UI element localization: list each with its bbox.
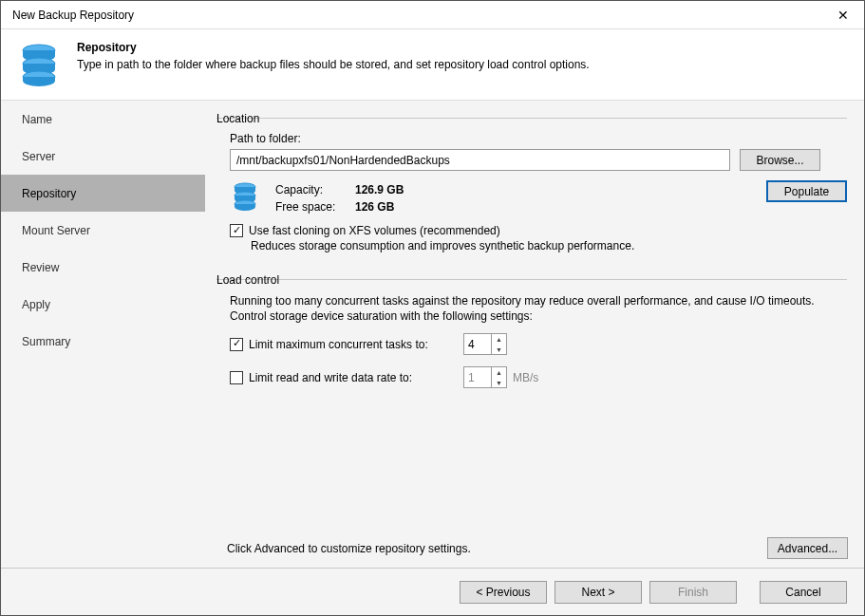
advanced-button[interactable]: Advanced...: [767, 537, 848, 559]
finish-button: Finish: [649, 581, 737, 604]
limit-rate-value: [464, 367, 491, 387]
fast-clone-checkbox[interactable]: [230, 224, 243, 237]
populate-button[interactable]: Populate: [766, 180, 847, 202]
close-button[interactable]: ✕: [821, 1, 864, 29]
limit-tasks-label: Limit maximum concurrent tasks to:: [249, 338, 458, 351]
wizard-footer: < Previous Next > Finish Cancel: [1, 568, 864, 615]
page-title: Repository: [77, 41, 590, 54]
sidebar-item-repository[interactable]: Repository: [1, 175, 205, 212]
window-title: New Backup Repository: [12, 9, 821, 22]
disk-icon: [230, 180, 260, 211]
wizard-sidebar: Name Server Repository Mount Server Revi…: [1, 101, 205, 568]
location-legend: Location: [216, 112, 265, 125]
page-subtitle: Type in path to the folder where backup …: [77, 58, 590, 71]
sidebar-item-review[interactable]: Review: [1, 249, 205, 286]
browse-button[interactable]: Browse...: [740, 149, 820, 171]
limit-rate-label: Limit read and write data rate to:: [249, 371, 458, 384]
spinner-up-icon[interactable]: ▲: [492, 334, 506, 345]
sidebar-item-server[interactable]: Server: [1, 138, 205, 175]
repository-icon: [16, 41, 62, 86]
wizard-content: Location Path to folder: Browse...: [205, 101, 864, 568]
sidebar-item-summary[interactable]: Summary: [1, 323, 205, 360]
fast-clone-hint: Reduces storage consumption and improves…: [251, 239, 847, 252]
sidebar-item-name[interactable]: Name: [1, 101, 205, 138]
limit-rate-spinner: ▲▼: [463, 366, 507, 388]
load-control-description: Running too many concurrent tasks agains…: [230, 293, 841, 324]
titlebar: New Backup Repository ✕: [1, 1, 864, 29]
advanced-hint: Click Advanced to customize repository s…: [227, 542, 471, 555]
previous-button[interactable]: < Previous: [460, 581, 547, 604]
limit-tasks-checkbox[interactable]: [230, 338, 243, 351]
sidebar-item-apply[interactable]: Apply: [1, 286, 205, 323]
fast-clone-label: Use fast cloning on XFS volumes (recomme…: [249, 224, 500, 237]
free-space-label: Free space:: [275, 199, 353, 215]
load-control-group: Load control Running too many concurrent…: [216, 273, 847, 390]
path-input[interactable]: [230, 149, 730, 171]
load-control-legend: Load control: [216, 273, 285, 287]
limit-rate-checkbox[interactable]: [230, 371, 243, 384]
capacity-label: Capacity:: [275, 182, 353, 197]
next-button[interactable]: Next >: [555, 581, 642, 604]
limit-rate-unit: MB/s: [513, 371, 538, 384]
location-group: Location Path to folder: Browse...: [216, 112, 847, 262]
limit-tasks-value[interactable]: [464, 334, 491, 354]
cancel-button[interactable]: Cancel: [760, 581, 847, 604]
path-label: Path to folder:: [230, 132, 847, 145]
spinner-down-icon[interactable]: ▼: [492, 345, 506, 355]
wizard-header: Repository Type in path to the folder wh…: [1, 29, 864, 101]
spinner-down-icon: ▼: [492, 378, 506, 388]
spinner-up-icon: ▲: [492, 367, 506, 378]
free-space-value: 126 GB: [355, 199, 404, 215]
sidebar-item-mount-server[interactable]: Mount Server: [1, 212, 205, 249]
limit-tasks-spinner[interactable]: ▲▼: [463, 333, 507, 355]
capacity-value: 126.9 GB: [355, 182, 404, 197]
